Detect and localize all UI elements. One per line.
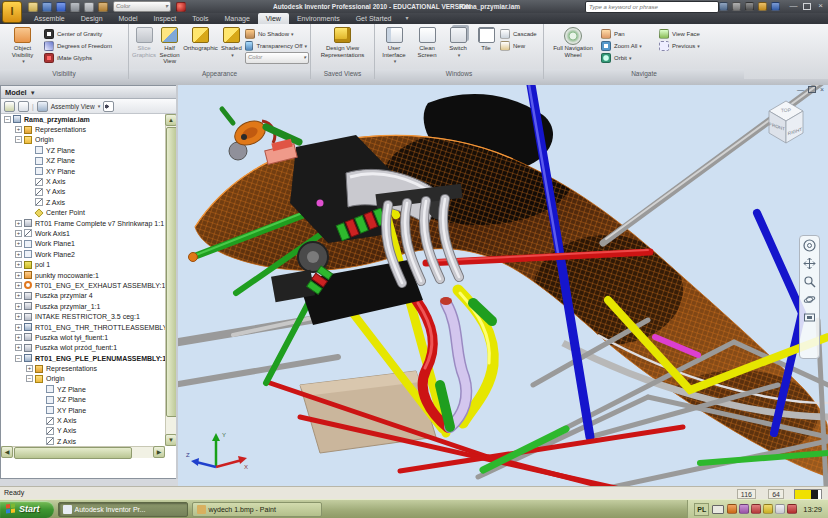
- horizontal-scroll-thumb[interactable]: [14, 447, 132, 459]
- task-button[interactable]: Autodesk Inventor Pr...: [58, 502, 188, 517]
- tree-item[interactable]: Y Axis: [1, 187, 165, 197]
- tree-item[interactable]: +INTAKE RESTRICTOR_3.5 ceg:1: [1, 311, 165, 321]
- tree-expander-icon[interactable]: +: [15, 261, 22, 268]
- pan-button[interactable]: Pan: [601, 28, 657, 39]
- tree-item[interactable]: +Work Plane2: [1, 249, 165, 259]
- panel-label-appearance[interactable]: Appearance: [129, 69, 310, 79]
- browser-header[interactable]: Model▼: [1, 86, 177, 99]
- start-button[interactable]: Start: [0, 501, 54, 518]
- degrees-of-freedom-button[interactable]: Degrees of Freedom: [44, 40, 112, 51]
- ribbon-tab-inspect[interactable]: Inspect: [146, 13, 185, 24]
- tree-expander-icon[interactable]: −: [15, 355, 22, 362]
- tray-icon-4[interactable]: [763, 504, 773, 514]
- ribbon-tab-tools[interactable]: Tools: [184, 13, 216, 24]
- clean-screen-button[interactable]: Clean Screen: [412, 26, 442, 58]
- favorites-icon[interactable]: [758, 2, 767, 11]
- tree-item[interactable]: −RT01_ENG_PLE_PLENUMASSEMBLY:1: [1, 353, 165, 363]
- tree-expander-icon[interactable]: +: [15, 230, 22, 237]
- shaded-button[interactable]: Shaded▾: [220, 26, 243, 58]
- zoom-icon[interactable]: [802, 274, 817, 289]
- panel-label-navigate[interactable]: Navigate: [544, 69, 744, 79]
- restore-button[interactable]: [803, 3, 811, 10]
- help-icon[interactable]: [771, 2, 780, 11]
- tree-item[interactable]: Center Point: [1, 208, 165, 218]
- tree-item[interactable]: +RT01 Frame Complete v7 Shrinkwrap 1:1: [1, 218, 165, 228]
- tree-item[interactable]: +Puszka przymiar 4: [1, 291, 165, 301]
- tree-item[interactable]: +Work Axis1: [1, 228, 165, 238]
- tree-expander-icon[interactable]: +: [15, 344, 22, 351]
- tree-item[interactable]: +RT01_ENG_EX_EXHAUST ASSEMBLY:1: [1, 280, 165, 290]
- switch-button[interactable]: Switch▾: [444, 26, 472, 58]
- tree-expander-icon[interactable]: +: [15, 272, 22, 279]
- application-menu-button[interactable]: I: [2, 1, 22, 23]
- tree-item[interactable]: X Axis: [1, 176, 165, 186]
- wrench-icon[interactable]: [732, 2, 741, 11]
- graphics-viewport[interactable]: — ×: [178, 85, 828, 486]
- qat-color-combo[interactable]: Color▾: [113, 1, 171, 12]
- assembly-view-icon[interactable]: [37, 101, 48, 112]
- tree-item[interactable]: XZ Plane: [1, 395, 165, 405]
- ribbon-options-caret-icon[interactable]: ▾: [405, 13, 408, 24]
- slice-graphics-button[interactable]: Slice Graphics: [132, 26, 156, 58]
- tree-expander-icon[interactable]: +: [15, 240, 22, 247]
- undo-icon[interactable]: [56, 2, 66, 12]
- scroll-left-icon[interactable]: ◀: [1, 446, 13, 458]
- design-view-representations-button[interactable]: Design View Representations: [314, 26, 371, 58]
- tree-expander-icon[interactable]: +: [15, 292, 22, 299]
- tree-item[interactable]: YZ Plane: [1, 384, 165, 394]
- tree-expander-icon[interactable]: +: [15, 282, 22, 289]
- download-icon[interactable]: [745, 2, 754, 11]
- orbit-icon[interactable]: [802, 292, 817, 307]
- view-face-button[interactable]: View Face: [659, 28, 713, 39]
- assembly-view-label[interactable]: Assembly View: [51, 103, 95, 110]
- viewcube-top-label[interactable]: TOP: [781, 107, 792, 113]
- ribbon-tab-model[interactable]: Model: [111, 13, 146, 24]
- tree-expander-icon[interactable]: +: [26, 365, 33, 372]
- redo-icon[interactable]: [70, 2, 80, 12]
- tree-item[interactable]: −Origin: [1, 374, 165, 384]
- tree-item[interactable]: X Axis: [1, 415, 165, 425]
- panel-label-windows[interactable]: Windows: [375, 69, 543, 79]
- ribbon-tab-manage[interactable]: Manage: [217, 13, 258, 24]
- panel-label-visibility[interactable]: Visibility: [0, 69, 128, 79]
- tree-item[interactable]: YZ Plane: [1, 145, 165, 155]
- tree-item[interactable]: +Puszka wlot tył_fluent:1: [1, 332, 165, 342]
- find-icon[interactable]: [103, 101, 114, 112]
- material-sphere-icon[interactable]: [176, 2, 186, 12]
- 3d-model-canvas[interactable]: Y X Z: [178, 85, 828, 486]
- save-icon[interactable]: [42, 2, 52, 12]
- tree-expander-icon[interactable]: +: [15, 303, 22, 310]
- tree-item[interactable]: XY Plane: [1, 405, 165, 415]
- half-section-view-button[interactable]: Half Section View: [158, 26, 181, 65]
- close-button[interactable]: ×: [816, 1, 825, 11]
- tree-item[interactable]: +Work Plane1: [1, 239, 165, 249]
- pan-icon[interactable]: [802, 256, 817, 271]
- tray-icon-5[interactable]: [775, 504, 785, 514]
- print-icon[interactable]: [84, 2, 94, 12]
- tree-item[interactable]: Z Axis: [1, 436, 165, 446]
- tree-expander-icon[interactable]: −: [15, 136, 22, 143]
- tree-expander-icon[interactable]: −: [4, 116, 11, 123]
- color-combo[interactable]: Color▾: [245, 52, 309, 64]
- tray-icon-3[interactable]: [751, 504, 761, 514]
- cascade-button[interactable]: Cascade: [500, 28, 537, 39]
- center-of-gravity-button[interactable]: Center of Gravity: [44, 28, 112, 39]
- full-navigation-wheel-button[interactable]: Full Navigation Wheel: [547, 26, 599, 58]
- tree-item[interactable]: +pol 1: [1, 259, 165, 269]
- tray-icon-1[interactable]: [727, 504, 737, 514]
- tray-icon-2[interactable]: [739, 504, 749, 514]
- ribbon-tab-environments[interactable]: Environments: [289, 13, 348, 24]
- tree-item[interactable]: +punkty mocowanie:1: [1, 270, 165, 280]
- panel-label-saved-views[interactable]: Saved Views: [311, 69, 374, 79]
- browser-horizontal-scrollbar[interactable]: ◀ ▶: [1, 446, 165, 458]
- tile-button[interactable]: Tile: [474, 26, 498, 52]
- transparency-button[interactable]: Transparency Off▾: [245, 40, 307, 51]
- user-interface-button[interactable]: User Interface▾: [378, 26, 410, 65]
- update-icon[interactable]: [98, 2, 108, 12]
- keyboard-icon[interactable]: [712, 505, 724, 514]
- open-icon[interactable]: [28, 2, 38, 12]
- no-shadow-button[interactable]: No Shadow▾: [245, 28, 307, 39]
- tree-item[interactable]: +RT01_ENG_THR_THROTTLEASSEMBLY_GOOD:1: [1, 322, 165, 332]
- assembly-view-caret-icon[interactable]: ▾: [98, 103, 101, 109]
- communication-center-icon[interactable]: [719, 2, 728, 11]
